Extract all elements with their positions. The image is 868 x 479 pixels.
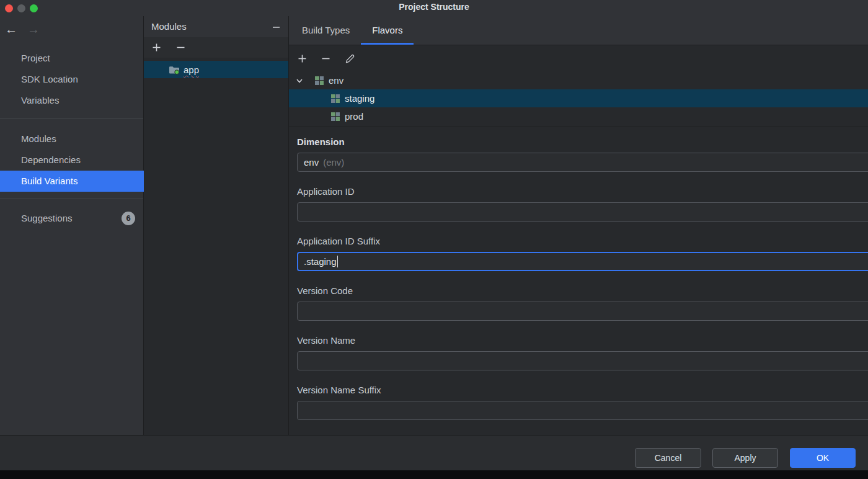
sidebar-item-dependencies[interactable]: Dependencies <box>0 150 144 171</box>
version-name-label: Version Name <box>297 334 355 347</box>
version-code-label: Version Code <box>297 285 353 297</box>
dimension-label: Dimension <box>297 136 345 148</box>
chevron-down-icon[interactable] <box>295 76 304 85</box>
version-code-field[interactable] <box>297 302 868 321</box>
sidebar: ← → Project SDK Location Variables Modul… <box>0 16 144 435</box>
detail-tabs: Build Types Flavors <box>289 16 868 45</box>
flavors-toolbar <box>289 45 868 71</box>
apply-button[interactable]: Apply <box>712 448 778 468</box>
version-name-suffix-field[interactable] <box>297 401 868 420</box>
flavor-dimension-label: env <box>329 75 343 86</box>
remove-module-icon[interactable] <box>176 43 185 52</box>
application-id-label: Application ID <box>297 186 355 198</box>
modules-toolbar <box>144 37 288 58</box>
modules-panel-header: Modules <box>144 16 288 37</box>
dimension-field[interactable]: env (env) <box>297 153 868 172</box>
flavor-label: prod <box>345 111 363 122</box>
back-arrow-icon[interactable]: ← <box>5 21 17 37</box>
ok-button[interactable]: OK <box>790 448 856 468</box>
cancel-button[interactable]: Cancel <box>635 448 701 468</box>
hide-panel-icon[interactable] <box>272 22 281 32</box>
dialog-footer: Cancel Apply OK <box>0 435 868 470</box>
version-name-suffix-label: Version Name Suffix <box>297 384 381 396</box>
flavor-dimension-icon <box>315 76 324 85</box>
modules-panel: Modules app <box>144 16 289 435</box>
window-title: Project Structure <box>0 0 868 15</box>
version-name-field[interactable] <box>297 351 868 370</box>
sidebar-divider <box>0 199 143 199</box>
tree-form-separator <box>289 127 868 127</box>
sidebar-item-variables[interactable]: Variables <box>0 90 144 111</box>
project-structure-window: Project Structure ← → Project SDK Locati… <box>0 0 868 479</box>
flavor-label: staging <box>345 93 374 104</box>
suggestions-count-badge: 6 <box>122 212 135 225</box>
application-id-suffix-value: .staging <box>304 256 337 267</box>
rename-flavor-pencil-icon[interactable] <box>345 53 355 64</box>
tab-build-types[interactable]: Build Types <box>291 16 361 45</box>
module-name-label: app <box>184 65 199 75</box>
flavors-detail-panel: Build Types Flavors env staging <box>289 16 868 435</box>
forward-arrow-icon[interactable]: → <box>27 21 40 37</box>
application-id-suffix-label: Application ID Suffix <box>297 235 380 248</box>
dimension-hint: (env) <box>323 157 344 168</box>
module-folder-icon <box>169 65 180 74</box>
module-row-app[interactable]: app <box>144 61 288 78</box>
flavor-row-prod[interactable]: prod <box>289 107 868 125</box>
modules-panel-title: Modules <box>151 21 187 32</box>
application-id-suffix-field[interactable]: .staging <box>297 252 868 271</box>
tab-flavors[interactable]: Flavors <box>361 16 414 45</box>
application-id-field[interactable] <box>297 202 868 222</box>
dimension-value: env <box>304 157 319 168</box>
text-cursor <box>337 256 339 267</box>
remove-flavor-icon[interactable] <box>321 54 330 63</box>
titlebar: Project Structure <box>0 0 868 16</box>
sidebar-item-modules[interactable]: Modules <box>0 128 144 150</box>
sidebar-item-project[interactable]: Project <box>0 48 144 69</box>
sidebar-item-sdk-location[interactable]: SDK Location <box>0 69 144 90</box>
flavor-dimension-row-env[interactable]: env <box>289 71 868 89</box>
add-module-icon[interactable] <box>152 43 161 52</box>
sidebar-divider <box>0 118 143 119</box>
flavor-icon <box>331 112 340 121</box>
flavor-icon <box>331 94 340 103</box>
sidebar-item-build-variants[interactable]: Build Variants <box>0 171 144 192</box>
flavor-row-staging[interactable]: staging <box>289 89 868 107</box>
add-flavor-icon[interactable] <box>298 54 307 63</box>
desktop-background-strip <box>0 470 868 479</box>
